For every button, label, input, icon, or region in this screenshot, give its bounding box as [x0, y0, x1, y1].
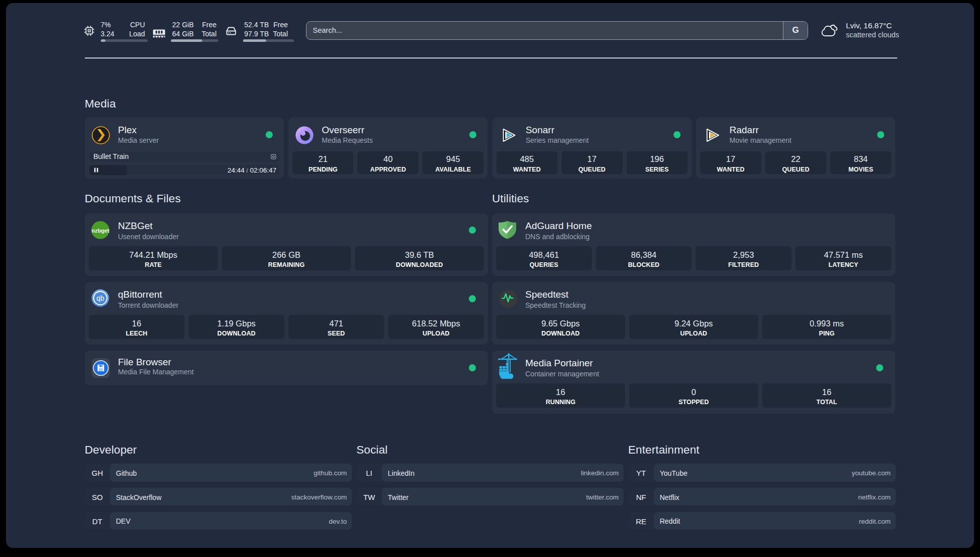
svg-text:nzbget: nzbget [91, 228, 109, 234]
svg-text:qb: qb [96, 294, 104, 302]
